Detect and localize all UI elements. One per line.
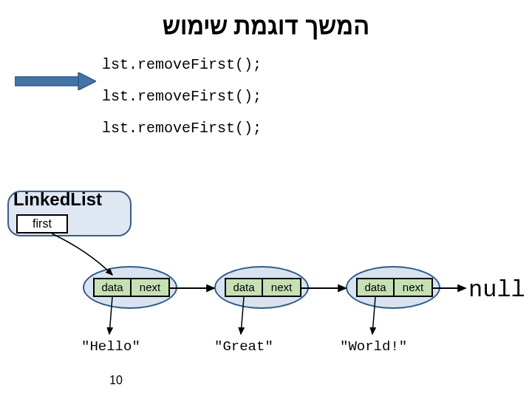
code-line-3: lst.removeFirst();	[102, 120, 532, 137]
code-block: lst.removeFirst(); lst.removeFirst(); ls…	[102, 56, 532, 137]
slide-number: 10	[109, 374, 123, 387]
node-value-1: "Great"	[214, 338, 273, 355]
node-value-2: "World!"	[340, 338, 407, 355]
node-cells: data next	[93, 278, 170, 297]
code-line-2: lst.removeFirst();	[102, 88, 532, 105]
data-cell: data	[93, 278, 132, 297]
svg-rect-0	[15, 77, 78, 86]
code-line-1: lst.removeFirst();	[102, 56, 532, 73]
next-cell: next	[263, 278, 301, 297]
slide-title: המשך דוגמת שימוש	[0, 10, 532, 40]
first-field-box: first	[16, 214, 68, 233]
pointer-arrow-icon	[15, 72, 96, 93]
null-label: null	[468, 276, 525, 304]
node-cells: data next	[356, 278, 433, 297]
next-cell: next	[132, 278, 170, 297]
linked-list-label: LinkedList	[13, 189, 102, 210]
svg-marker-1	[78, 72, 96, 90]
node-value-0: "Hello"	[81, 338, 140, 355]
node-cells: data next	[225, 278, 301, 297]
data-cell: data	[356, 278, 395, 297]
next-cell: next	[395, 278, 433, 297]
data-cell: data	[225, 278, 263, 297]
